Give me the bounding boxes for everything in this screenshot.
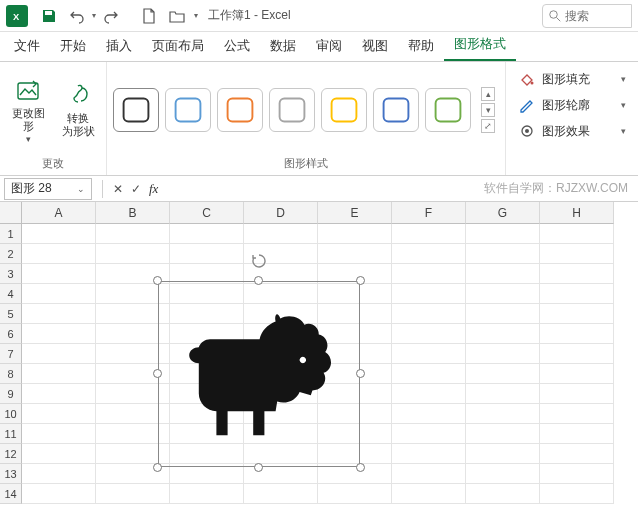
tab-page-layout[interactable]: 页面布局 — [142, 31, 214, 61]
cell[interactable] — [392, 364, 466, 384]
cell[interactable] — [392, 464, 466, 484]
graphics-effects-button[interactable]: 图形效果 ▾ — [514, 118, 630, 144]
style-swatch-6[interactable] — [425, 88, 471, 132]
cell[interactable] — [540, 364, 614, 384]
cell[interactable] — [170, 244, 244, 264]
confirm-formula-button[interactable]: ✓ — [127, 180, 145, 198]
tab-data[interactable]: 数据 — [260, 31, 306, 61]
cell[interactable] — [466, 444, 540, 464]
tab-view[interactable]: 视图 — [352, 31, 398, 61]
row-header-9[interactable]: 9 — [0, 384, 22, 404]
cell[interactable] — [170, 484, 244, 504]
cell[interactable] — [318, 484, 392, 504]
new-file-button[interactable] — [136, 3, 162, 29]
cancel-formula-button[interactable]: ✕ — [109, 180, 127, 198]
cell[interactable] — [540, 444, 614, 464]
cell[interactable] — [170, 224, 244, 244]
cell[interactable] — [540, 484, 614, 504]
style-gallery-nav-2[interactable]: ⤢ — [481, 119, 495, 133]
style-gallery-nav-0[interactable]: ▴ — [481, 87, 495, 101]
resize-handle-nw[interactable] — [153, 276, 162, 285]
resize-handle-ne[interactable] — [356, 276, 365, 285]
cell[interactable] — [22, 224, 96, 244]
col-header-A[interactable]: A — [22, 202, 96, 224]
graphics-fill-button[interactable]: 图形填充 ▾ — [514, 66, 630, 92]
cell[interactable] — [466, 404, 540, 424]
style-gallery-nav-1[interactable]: ▾ — [481, 103, 495, 117]
style-swatch-4[interactable] — [321, 88, 367, 132]
cell[interactable] — [318, 224, 392, 244]
col-header-G[interactable]: G — [466, 202, 540, 224]
row-header-14[interactable]: 14 — [0, 484, 22, 504]
cell[interactable] — [22, 464, 96, 484]
search-input[interactable] — [565, 9, 615, 23]
style-swatch-2[interactable] — [217, 88, 263, 132]
cell[interactable] — [96, 244, 170, 264]
cell[interactable] — [392, 324, 466, 344]
cell[interactable] — [466, 324, 540, 344]
cell[interactable] — [392, 304, 466, 324]
selected-shape[interactable] — [158, 281, 360, 467]
tab-file[interactable]: 文件 — [4, 31, 50, 61]
cell[interactable] — [170, 464, 244, 484]
row-header-7[interactable]: 7 — [0, 344, 22, 364]
style-swatch-5[interactable] — [373, 88, 419, 132]
cell[interactable] — [540, 304, 614, 324]
cell[interactable] — [392, 224, 466, 244]
undo-button[interactable] — [64, 3, 90, 29]
cell[interactable] — [392, 344, 466, 364]
cell[interactable] — [466, 464, 540, 484]
cell[interactable] — [466, 304, 540, 324]
row-header-8[interactable]: 8 — [0, 364, 22, 384]
tab-home[interactable]: 开始 — [50, 31, 96, 61]
row-header-2[interactable]: 2 — [0, 244, 22, 264]
cell[interactable] — [22, 244, 96, 264]
row-header-5[interactable]: 5 — [0, 304, 22, 324]
cell[interactable] — [466, 264, 540, 284]
col-header-D[interactable]: D — [244, 202, 318, 224]
resize-handle-s[interactable] — [254, 463, 263, 472]
undo-dropdown[interactable]: ▾ — [92, 11, 96, 20]
cell[interactable] — [392, 444, 466, 464]
cell[interactable] — [392, 264, 466, 284]
cell[interactable] — [540, 424, 614, 444]
col-header-H[interactable]: H — [540, 202, 614, 224]
cell[interactable] — [22, 344, 96, 364]
cell[interactable] — [22, 384, 96, 404]
tab-insert[interactable]: 插入 — [96, 31, 142, 61]
row-header-4[interactable]: 4 — [0, 284, 22, 304]
tab-formulas[interactable]: 公式 — [214, 31, 260, 61]
tab-graphics-format[interactable]: 图形格式 — [444, 29, 516, 61]
formula-input[interactable] — [162, 178, 638, 200]
cell[interactable] — [244, 484, 318, 504]
cell[interactable] — [540, 264, 614, 284]
col-header-C[interactable]: C — [170, 202, 244, 224]
search-box[interactable] — [542, 4, 632, 28]
cell[interactable] — [540, 324, 614, 344]
save-button[interactable] — [36, 3, 62, 29]
name-box[interactable]: 图形 28 ⌄ — [4, 178, 92, 200]
tab-review[interactable]: 审阅 — [306, 31, 352, 61]
convert-to-shape-button[interactable]: 转换 为形状 — [56, 71, 100, 149]
cell[interactable] — [22, 444, 96, 464]
cell[interactable] — [466, 424, 540, 444]
resize-handle-w[interactable] — [153, 369, 162, 378]
style-swatch-1[interactable] — [165, 88, 211, 132]
row-header-1[interactable]: 1 — [0, 224, 22, 244]
cell[interactable] — [22, 484, 96, 504]
cell[interactable] — [392, 484, 466, 504]
cell[interactable] — [22, 284, 96, 304]
cell[interactable] — [466, 484, 540, 504]
qat-customize[interactable]: ▾ — [194, 11, 198, 20]
cell[interactable] — [540, 284, 614, 304]
cell[interactable] — [392, 244, 466, 264]
cell[interactable] — [540, 344, 614, 364]
cell[interactable] — [22, 264, 96, 284]
cell[interactable] — [392, 284, 466, 304]
fx-label[interactable]: fx — [149, 181, 158, 197]
cell[interactable] — [392, 404, 466, 424]
open-file-button[interactable] — [164, 3, 190, 29]
change-graphic-button[interactable]: 更改图 形 — [6, 71, 50, 149]
style-swatch-0[interactable] — [113, 88, 159, 132]
cell[interactable] — [466, 384, 540, 404]
